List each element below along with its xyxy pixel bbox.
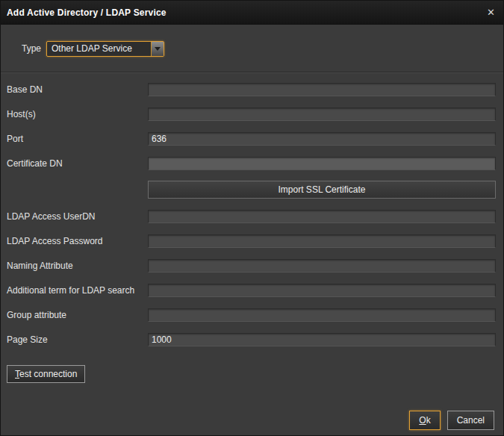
field-row-ldap-access-password: LDAP Access Password bbox=[1, 228, 503, 253]
import-ssl-row: Import SSL Certificate bbox=[1, 175, 503, 204]
certificate-dn-input[interactable] bbox=[148, 157, 496, 170]
type-row: Type Other LDAP Service bbox=[22, 40, 503, 57]
certificate-dn-label: Certificate DN bbox=[7, 158, 148, 169]
field-row-group-attribute: Group attribute bbox=[1, 302, 503, 327]
field-row-certificate-dn: Certificate DN bbox=[1, 151, 503, 175]
base-dn-input[interactable] bbox=[148, 83, 496, 96]
ldap-access-password-label: LDAP Access Password bbox=[7, 236, 148, 246]
ldap-form: Base DN Host(s) Port Certificate DN Impo… bbox=[1, 77, 503, 352]
port-label: Port bbox=[7, 134, 148, 144]
group-attribute-label: Group attribute bbox=[7, 310, 148, 320]
field-row-hosts: Host(s) bbox=[1, 102, 503, 126]
field-row-base-dn: Base DN bbox=[1, 77, 503, 102]
chevron-down-icon[interactable] bbox=[151, 42, 164, 56]
cancel-button[interactable]: Cancel bbox=[447, 411, 494, 430]
import-ssl-certificate-button[interactable]: Import SSL Certificate bbox=[148, 181, 496, 199]
naming-attribute-input[interactable] bbox=[148, 259, 496, 272]
field-row-page-size: Page Size bbox=[1, 327, 503, 352]
ok-button[interactable]: Ok bbox=[409, 411, 440, 430]
ldap-access-userdn-input[interactable] bbox=[148, 210, 496, 223]
ldap-access-password-input[interactable] bbox=[148, 234, 496, 248]
type-label: Type bbox=[22, 43, 41, 54]
additional-term-label: Additional term for LDAP search bbox=[7, 285, 148, 296]
dialog-titlebar: Add Active Directory / LDAP Service ✕ bbox=[1, 1, 503, 25]
field-row-ldap-access-userdn: LDAP Access UserDN bbox=[1, 204, 503, 228]
ldap-access-userdn-label: LDAP Access UserDN bbox=[7, 211, 148, 222]
page-size-input[interactable] bbox=[148, 333, 496, 346]
hosts-label: Host(s) bbox=[7, 109, 148, 119]
base-dn-label: Base DN bbox=[7, 84, 148, 95]
naming-attribute-label: Naming Attribute bbox=[7, 261, 148, 271]
test-connection-label: est connection bbox=[19, 369, 77, 379]
page-size-label: Page Size bbox=[7, 334, 148, 345]
close-icon[interactable]: ✕ bbox=[487, 7, 495, 17]
ok-label: k bbox=[426, 415, 431, 426]
hosts-input[interactable] bbox=[148, 108, 496, 121]
additional-term-input[interactable] bbox=[148, 284, 496, 297]
dialog-footer: Ok Cancel bbox=[409, 411, 494, 430]
type-dropdown-value: Other LDAP Service bbox=[47, 42, 151, 56]
type-dropdown[interactable]: Other LDAP Service bbox=[46, 41, 164, 57]
dialog-title: Add Active Directory / LDAP Service bbox=[7, 7, 167, 18]
add-ldap-service-dialog: Add Active Directory / LDAP Service ✕ Ty… bbox=[0, 0, 504, 436]
field-row-port: Port bbox=[1, 126, 503, 151]
divider bbox=[1, 72, 503, 73]
field-row-naming-attribute: Naming Attribute bbox=[1, 253, 503, 278]
port-input[interactable] bbox=[148, 132, 496, 146]
test-connection-button[interactable]: Test connection bbox=[7, 365, 85, 383]
field-row-additional-term: Additional term for LDAP search bbox=[1, 278, 503, 302]
group-attribute-input[interactable] bbox=[148, 308, 496, 322]
ok-mnemonic: O bbox=[419, 415, 426, 426]
